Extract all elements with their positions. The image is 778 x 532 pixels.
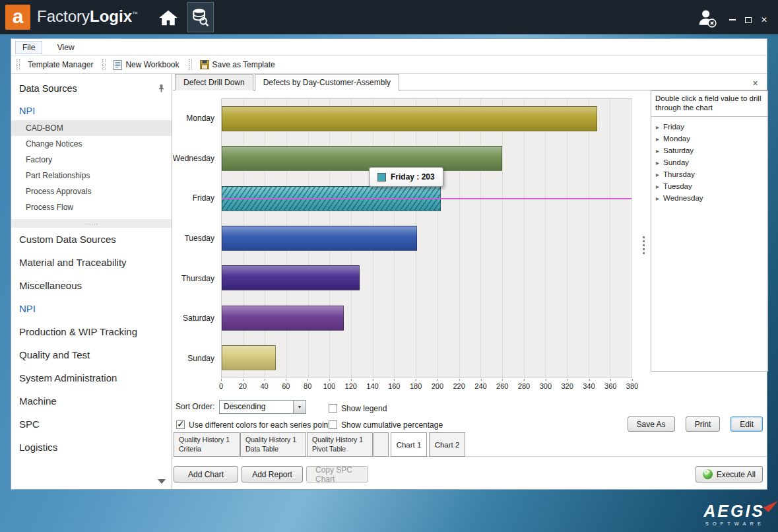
- sidebar-item-npi[interactable]: NPI: [11, 297, 172, 320]
- x-axis: 0204060801001201401601802002202402602803…: [221, 379, 632, 391]
- sort-order-dropdown[interactable]: Descending: [219, 400, 306, 414]
- triangle-right-icon: [656, 158, 659, 166]
- y-axis-category-label: Monday: [176, 98, 218, 139]
- data-explorer-button[interactable]: [187, 2, 214, 32]
- sheet-tab-subtitle: Data Table: [245, 445, 301, 454]
- tab-stub[interactable]: [373, 432, 389, 457]
- drill-item-wednesday[interactable]: Wednesday: [651, 192, 767, 204]
- tab-defect-drill-down[interactable]: Defect Drill Down: [175, 74, 253, 90]
- sheet-tab-strip: Quality History 1CriteriaQuality History…: [174, 432, 465, 457]
- drill-item-label: Saturday: [663, 147, 694, 154]
- tab-chart-1[interactable]: Chart 1: [391, 432, 427, 457]
- y-axis-category-label: Saturday: [176, 298, 218, 339]
- content-panel: File View Template Manager New Workbook …: [11, 38, 767, 490]
- x-axis-tick-label: 80: [304, 379, 311, 390]
- template-manager-button[interactable]: Template Manager: [24, 58, 97, 71]
- bar-tuesday[interactable]: [222, 218, 632, 258]
- tab-quality-history-1-criteria[interactable]: Quality History 1Criteria: [174, 432, 240, 457]
- sidebar-item-spc[interactable]: SPC: [11, 413, 172, 436]
- print-button[interactable]: Print: [686, 416, 721, 432]
- maximize-button[interactable]: [742, 15, 754, 25]
- bar-monday[interactable]: [222, 99, 632, 139]
- scroll-down-chevron-icon[interactable]: [158, 479, 166, 484]
- close-window-button[interactable]: [758, 15, 770, 25]
- sidebar-item-logistics[interactable]: Logistics: [11, 436, 172, 459]
- splitter-handle[interactable]: [643, 236, 645, 255]
- bottom-action-row: Add Chart Add Report Copy SPC Chart Exec…: [174, 466, 763, 482]
- close-tab-icon[interactable]: [752, 77, 762, 86]
- sidebar-item-custom-data-sources[interactable]: Custom Data Sources: [11, 228, 172, 251]
- tab-defects-by-day-customer-assembly[interactable]: Defects by Day-Customer-Assembly: [255, 74, 399, 91]
- bar-saturday[interactable]: [222, 298, 632, 337]
- chevron-down-icon[interactable]: [293, 401, 306, 413]
- drill-item-tuesday[interactable]: Tuesday: [651, 180, 767, 192]
- drill-item-monday[interactable]: Monday: [651, 133, 767, 145]
- bar-fill: [222, 146, 502, 171]
- new-workbook-button[interactable]: New Workbook: [110, 58, 183, 72]
- user-account-button[interactable]: [696, 7, 717, 28]
- sidebar-group-npi[interactable]: NPI: [11, 100, 172, 120]
- x-axis-tick-label: 380: [626, 379, 638, 390]
- x-axis-tick-label: 180: [410, 379, 422, 390]
- bar-fill: [222, 226, 417, 251]
- sidebar-item-machine[interactable]: Machine: [11, 389, 172, 413]
- sidebar-item-process-approvals[interactable]: Process Approvals: [11, 183, 172, 199]
- execute-all-button[interactable]: Execute All: [696, 466, 763, 482]
- x-axis-tick-label: 240: [474, 379, 486, 390]
- show-legend-checkbox[interactable]: [329, 404, 337, 413]
- x-axis-tick-label: 60: [282, 379, 290, 390]
- sidebar-item-process-flow[interactable]: Process Flow: [11, 199, 172, 215]
- sidebar-item-cad-bom[interactable]: CAD-BOM: [11, 120, 172, 136]
- pin-icon[interactable]: [158, 84, 165, 92]
- sidebar-item-material-and-traceability[interactable]: Material and Traceability: [11, 251, 172, 274]
- bar-thursday[interactable]: [222, 258, 632, 298]
- show-cumulative-checkbox[interactable]: [329, 420, 337, 429]
- drill-panel: Double click a field value to drill thro…: [651, 90, 768, 372]
- add-report-button[interactable]: Add Report: [242, 466, 303, 482]
- sidebar-item-part-relationships[interactable]: Part Relationships: [11, 168, 172, 183]
- save-as-template-button[interactable]: Save as Template: [196, 58, 279, 71]
- sidebar-item-production-wip-tracking[interactable]: Production & WIP Tracking: [11, 320, 172, 343]
- triangle-right-icon: [656, 182, 659, 190]
- minimize-icon: [729, 19, 736, 20]
- drill-item-sunday[interactable]: Sunday: [651, 156, 767, 168]
- use-different-colors-checkbox[interactable]: [176, 420, 185, 429]
- add-chart-button[interactable]: Add Chart: [174, 466, 238, 482]
- tab-quality-history-1-pivot-table[interactable]: Quality History 1Pivot Table: [307, 432, 373, 457]
- use-different-colors-label: Use different colors for each series poi…: [189, 420, 331, 430]
- drill-item-friday[interactable]: Friday: [651, 121, 767, 133]
- sidebar-item-factory[interactable]: Factory: [11, 152, 172, 168]
- tab-quality-history-1-data-table[interactable]: Quality History 1Data Table: [240, 432, 306, 457]
- home-icon: [158, 9, 178, 26]
- sidebar-item-quality-and-test[interactable]: Quality and Test: [11, 343, 172, 366]
- sidebar-category-list: Custom Data SourcesMaterial and Traceabi…: [11, 228, 172, 459]
- user-logout-icon: [696, 7, 717, 28]
- x-axis-tick-label: 40: [260, 379, 268, 390]
- sidebar-item-miscellaneous[interactable]: Miscellaneous: [11, 274, 172, 297]
- toolbar-grip-icon: [16, 59, 20, 70]
- home-button[interactable]: [156, 5, 181, 30]
- edit-button[interactable]: Edit: [730, 416, 763, 432]
- triangle-right-icon: [656, 135, 659, 143]
- menu-file[interactable]: File: [15, 41, 42, 54]
- drill-item-thursday[interactable]: Thursday: [651, 168, 767, 180]
- tab-chart-2[interactable]: Chart 2: [429, 432, 465, 457]
- bar-sunday[interactable]: [222, 338, 632, 378]
- copy-spc-chart-button[interactable]: Copy SPC Chart: [306, 466, 368, 482]
- sidebar-title: Data Sources: [11, 74, 172, 100]
- tooltip-text: Friday : 203: [391, 172, 435, 182]
- sidebar-item-system-administration[interactable]: System Administration: [11, 366, 172, 389]
- show-legend-label: Show legend: [341, 404, 387, 413]
- chart-plot[interactable]: Friday : 203: [221, 98, 632, 378]
- sidebar-item-change-notices[interactable]: Change Notices: [11, 136, 172, 152]
- drill-item-saturday[interactable]: Saturday: [651, 145, 767, 156]
- minimize-button[interactable]: [727, 15, 738, 25]
- tooltip-swatch: [377, 173, 386, 182]
- y-axis-category-label: Tuesday: [176, 218, 218, 259]
- toolbar-grip-icon: [189, 59, 192, 70]
- show-legend-option: Show legend: [329, 402, 387, 414]
- save-as-button[interactable]: Save As: [628, 416, 675, 432]
- menu-view[interactable]: View: [51, 42, 81, 53]
- x-axis-tick-label: 120: [345, 379, 357, 390]
- aegis-logo: AEGIS SOFTWARE: [703, 502, 765, 527]
